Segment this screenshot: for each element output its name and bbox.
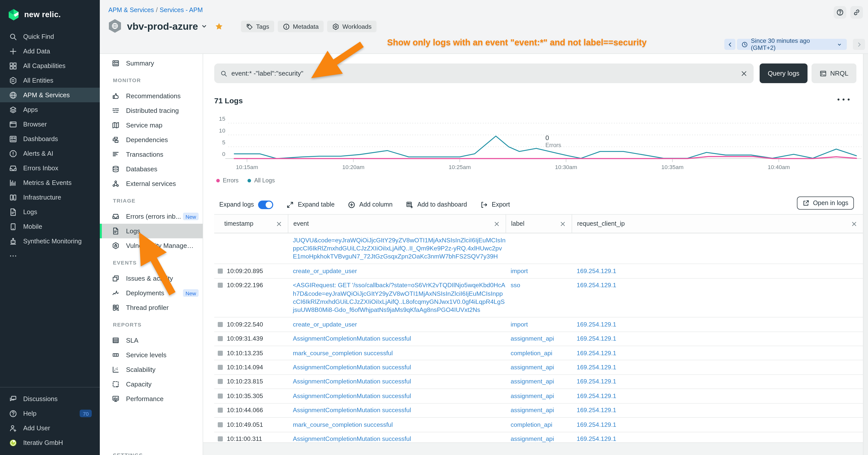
row-select-icon[interactable] [218, 322, 223, 327]
time-back-button[interactable] [724, 39, 736, 50]
row-select-icon[interactable] [218, 351, 223, 356]
add-to-dashboard-button[interactable]: Add to dashboard [406, 201, 467, 208]
table-row[interactable]: 10:09:22.540create_or_update_userimport1… [214, 318, 863, 332]
row-select-icon[interactable] [218, 408, 223, 413]
sidebar-item-errors-inbox[interactable]: Errors Inbox [0, 161, 100, 175]
ip-link[interactable]: 169.254.129.1 [577, 435, 616, 443]
sidebar-item-metrics-events[interactable]: Metrics & Events [0, 175, 100, 190]
sidebar-item-browser[interactable]: Browser [0, 117, 100, 131]
table-row[interactable]: 10:10:23.815AssignmentCompletionMutation… [214, 375, 863, 389]
column-close-icon[interactable] [276, 221, 282, 227]
event-link[interactable]: mark_course_completion successful [293, 421, 393, 428]
row-select-icon[interactable] [218, 336, 223, 341]
ip-link[interactable]: 169.254.129.1 [577, 378, 616, 385]
event-link[interactable]: AssignmentCompletionMutation successful [293, 378, 411, 385]
expand-table-button[interactable]: Expand table [286, 201, 335, 208]
favorite-star-icon[interactable] [215, 22, 223, 31]
workloads-button[interactable]: Workloads [328, 21, 377, 32]
sidebar-item-all-capabilities[interactable]: All Capabilities [0, 59, 100, 73]
permalink-button[interactable] [850, 6, 863, 19]
ip-link[interactable]: 169.254.129.1 [577, 282, 616, 289]
nav-item-service-levels[interactable]: Service levels [100, 348, 203, 362]
nav-item-distributed-tracing[interactable]: Distributed tracing [100, 103, 203, 118]
table-row[interactable]: 10:10:13.235mark_course_completion succe… [214, 346, 863, 360]
nav-item-databases[interactable]: Databases [100, 162, 203, 176]
sidebar-item-quick-find[interactable]: Quick Find [0, 29, 100, 44]
row-select-icon[interactable] [218, 422, 223, 427]
row-select-icon[interactable] [218, 283, 223, 288]
label-link[interactable]: assignment_api [510, 378, 554, 385]
nav-item-recommendations[interactable]: Recommendations [100, 89, 203, 103]
label-link[interactable]: import [510, 267, 528, 274]
row-select-icon[interactable] [218, 436, 223, 442]
time-forward-button[interactable] [853, 39, 865, 50]
table-row[interactable]: 10:09:31.439AssignmentCompletionMutation… [214, 332, 863, 346]
label-link[interactable]: sso [510, 282, 520, 289]
open-in-logs-button[interactable]: Open in logs [797, 196, 854, 209]
event-link[interactable]: JUQVU&code=eyJraWQiOiJjcGItY29yZV8wOTI1M… [293, 236, 505, 260]
add-column-button[interactable]: Add column [348, 201, 393, 208]
time-range-button[interactable]: Since 30 minutes ago (GMT+2) [737, 39, 847, 50]
row-select-icon[interactable] [218, 365, 223, 370]
table-row[interactable]: 10:10:49.051mark_course_completion succe… [214, 418, 863, 432]
label-link[interactable]: assignment_api [510, 335, 554, 342]
event-link[interactable]: create_or_update_user [293, 321, 357, 328]
ip-link[interactable]: 169.254.129.1 [577, 407, 616, 414]
clear-search-icon[interactable] [741, 70, 747, 77]
event-link[interactable]: AssignmentCompletionMutation successful [293, 364, 411, 371]
event-link[interactable]: AssignmentCompletionMutation successful [293, 392, 411, 399]
event-link[interactable]: AssignmentCompletionMutation successful [293, 407, 411, 414]
sidebar-item-add-data[interactable]: Add Data [0, 44, 100, 59]
table-row[interactable]: JUQVU&code=eyJraWQiOiJjcGItY29yZV8wOTI1M… [214, 233, 863, 264]
sidebar-item-help[interactable]: Help70 [0, 406, 100, 421]
new-relic-logo[interactable]: new relic. [0, 0, 100, 22]
breadcrumb-link-services-apm[interactable]: Services - APM [160, 6, 203, 13]
label-link[interactable]: assignment_api [510, 392, 554, 399]
event-link[interactable]: mark_course_completion successful [293, 350, 393, 357]
row-select-icon[interactable] [218, 268, 223, 273]
breadcrumb-link-apm-services[interactable]: APM & Services [108, 6, 154, 13]
export-button[interactable]: Export [480, 201, 510, 208]
ip-link[interactable]: 169.254.129.1 [577, 350, 616, 357]
chart-more-menu[interactable]: • • • [837, 95, 851, 103]
nav-item-logs[interactable]: Logs [100, 224, 203, 238]
tags-button[interactable]: Tags [241, 21, 274, 32]
nav-item-performance[interactable]: Performance [100, 391, 203, 406]
entity-chevron-down-icon[interactable] [200, 23, 208, 30]
sidebar-item-synthetic-monitoring[interactable]: Synthetic Monitoring [0, 234, 100, 249]
nav-item-transactions[interactable]: Transactions [100, 147, 203, 162]
metadata-button[interactable]: Metadata [278, 21, 324, 32]
event-link[interactable]: AssignmentCompletionMutation successful [293, 335, 411, 342]
nav-item-issues-activity[interactable]: Issues & activity [100, 271, 203, 286]
sidebar-item-mobile[interactable]: Mobile [0, 219, 100, 234]
row-select-icon[interactable] [218, 393, 223, 398]
ip-link[interactable]: 169.254.129.1 [577, 421, 616, 428]
sidebar-item-add-user[interactable]: Add User [0, 421, 100, 435]
nav-item-sla[interactable]: SLA [100, 333, 203, 348]
entity-title[interactable]: vbv-prod-azure [127, 21, 198, 32]
nav-item-capacity[interactable]: Capacity [100, 377, 203, 391]
nav-item-dependencies[interactable]: Dependencies [100, 132, 203, 147]
logs-search-input[interactable] [231, 69, 741, 77]
event-link[interactable]: AssignmentCompletionMutation successful [293, 435, 411, 443]
table-row[interactable]: 10:10:35.305AssignmentCompletionMutation… [214, 389, 863, 403]
row-select-icon[interactable] [218, 379, 223, 384]
legend-item-all-logs[interactable]: All Logs [248, 177, 275, 184]
expand-logs-toggle[interactable] [258, 200, 273, 209]
label-link[interactable]: completion_api [510, 421, 552, 428]
nrql-button[interactable]: NRQL [811, 64, 857, 83]
nav-item-thread-profiler[interactable]: Thread profiler [100, 300, 203, 315]
column-close-icon[interactable] [560, 221, 565, 227]
column-close-icon[interactable] [851, 221, 857, 227]
sidebar-item-logs[interactable]: Logs [0, 204, 100, 219]
table-row[interactable]: 10:09:22.196<ASGIRequest: GET '/sso/call… [214, 279, 863, 318]
label-link[interactable]: assignment_api [510, 364, 554, 371]
help-button[interactable] [834, 6, 846, 19]
table-row[interactable]: 10:09:20.895create_or_update_userimport1… [214, 264, 863, 279]
page-scrollbar[interactable] [863, 54, 868, 455]
nav-item-summary[interactable]: Summary [100, 56, 203, 70]
nav-item-service-map[interactable]: Service map [100, 118, 203, 132]
legend-item-errors[interactable]: Errors [216, 177, 239, 184]
sidebar-item-apps[interactable]: Apps [0, 102, 100, 117]
ip-link[interactable]: 169.254.129.1 [577, 321, 616, 328]
